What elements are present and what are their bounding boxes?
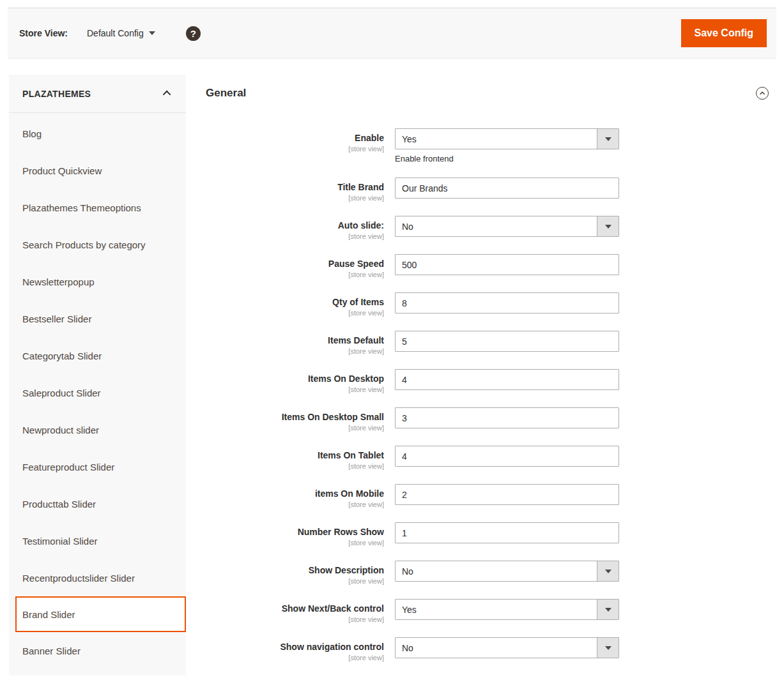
select-input[interactable]: No [395, 561, 619, 582]
sidebar-item-blog[interactable]: Blog [9, 115, 186, 152]
form-row: Items On Desktop Small [store view] [206, 407, 769, 432]
sidebar-item-newsletterpopup[interactable]: Newsletterpopup [9, 263, 186, 300]
sidebar-item-testimonial-slider[interactable]: Testimonial Slider [9, 522, 186, 559]
field-cell: Yes [395, 599, 619, 623]
field-label-cell: Auto slide: [store view] [206, 216, 384, 240]
text-input[interactable] [395, 369, 619, 390]
chevron-up-icon [163, 91, 171, 99]
store-view-label: Store View: [19, 28, 68, 38]
form-row: items On Mobile [store view] [206, 484, 769, 508]
sidebar-item-bestseller-slider[interactable]: Bestseller Slider [9, 300, 186, 337]
sidebar-item-categorytab-slider[interactable]: Categorytab Slider [9, 337, 186, 374]
field-label-cell: Qty of Items [store view] [206, 292, 384, 317]
select-value: No [402, 643, 413, 653]
field-scope: [store view] [206, 501, 384, 508]
field-scope: [store view] [206, 616, 384, 623]
field-scope: [store view] [206, 654, 384, 661]
sidebar-item-recentproductslider-slider[interactable]: Recentproductslider Slider [9, 559, 186, 596]
select-input[interactable]: Yes [395, 128, 619, 149]
section-title: General [206, 87, 246, 100]
sidebar-item-search-products-by-category[interactable]: Search Products by category [9, 226, 186, 263]
store-scope-value: Default Config [87, 28, 144, 38]
config-sidebar: PLAZATHEMES Blog Product Quickview Plaza… [9, 75, 186, 676]
select-input[interactable]: No [395, 216, 619, 237]
field-label: Show navigation control [206, 642, 384, 653]
field-note: Enable frontend [395, 154, 619, 163]
sidebar-section-plazathemes[interactable]: PLAZATHEMES [9, 75, 186, 113]
field-cell [395, 407, 619, 432]
form-row: Pause Speed [store view] [206, 254, 769, 278]
field-label-cell: Number Rows Show [store view] [206, 522, 384, 547]
select-value: Yes [402, 134, 417, 144]
text-input[interactable] [395, 331, 619, 352]
sidebar-item-label: Testimonial Slider [22, 536, 98, 547]
field-cell [395, 522, 619, 547]
field-scope: [store view] [206, 194, 384, 202]
field-label: Show Next/Back control [206, 603, 384, 614]
field-label: Auto slide: [206, 220, 384, 231]
field-scope: [store view] [206, 539, 384, 547]
text-input[interactable] [395, 254, 619, 275]
sidebar-item-plazathemes-themeoptions[interactable]: Plazathemes Themeoptions [9, 189, 186, 226]
field-scope: [store view] [206, 424, 384, 432]
sidebar-item-label: Categorytab Slider [22, 351, 102, 361]
chevron-down-icon [605, 646, 611, 650]
save-config-button[interactable]: Save Config [681, 19, 767, 47]
field-cell [395, 446, 619, 470]
sidebar-item-label: Recentproductslider Slider [22, 573, 135, 584]
field-cell: Yes Enable frontend [395, 128, 619, 163]
field-scope: [store view] [206, 577, 384, 585]
text-input[interactable] [395, 484, 619, 505]
sidebar-item-label: Featureproduct Slider [22, 462, 114, 472]
field-cell [395, 178, 619, 202]
select-arrow-box [597, 600, 619, 619]
text-input[interactable] [395, 407, 619, 428]
field-label: Title Brand [206, 182, 384, 193]
field-label: Qty of Items [206, 297, 384, 308]
field-label: Enable [206, 133, 384, 144]
field-label-cell: Items On Tablet [store view] [206, 446, 384, 470]
field-label: Items Default [206, 335, 384, 346]
help-icon[interactable]: ? [186, 26, 201, 41]
sidebar-item-newproduct-slider[interactable]: Newproduct slider [9, 411, 186, 448]
field-label-cell: Enable [store view] [206, 128, 384, 163]
collapse-circle-icon [755, 86, 769, 100]
field-label: Pause Speed [206, 259, 384, 269]
field-cell: No [395, 637, 619, 661]
section-header: General [206, 86, 769, 100]
chevron-down-icon [605, 225, 611, 229]
sidebar-item-label: Blog [22, 128, 42, 139]
sidebar-item-label: Producttab Slider [22, 499, 96, 510]
text-input[interactable] [395, 446, 619, 467]
sidebar-item-saleproduct-slider[interactable]: Saleproduct Slider [9, 374, 186, 411]
sidebar-item-product-quickview[interactable]: Product Quickview [9, 152, 186, 189]
field-label: Items On Tablet [206, 450, 384, 461]
text-input[interactable] [395, 522, 619, 543]
form-row: Title Brand [store view] [206, 178, 769, 202]
select-value: Yes [402, 605, 417, 615]
page-toolbar: Store View: Default Config ? Save Config [8, 8, 776, 59]
field-cell: No [395, 216, 619, 240]
field-cell: No [395, 561, 619, 585]
sidebar-item-banner-slider[interactable]: Banner Slider [9, 632, 186, 669]
chevron-down-icon [605, 137, 611, 141]
sidebar-list: Blog Product Quickview Plazathemes Theme… [9, 113, 186, 669]
form-row: Show navigation control [store view] No [206, 637, 769, 661]
field-label: Items On Desktop Small [206, 412, 384, 423]
field-label-cell: Title Brand [store view] [206, 178, 384, 202]
form-row: Enable [store view] Yes Enable frontend [206, 128, 769, 163]
field-label-cell: Items Default [store view] [206, 331, 384, 355]
collapse-section-button[interactable] [755, 86, 769, 100]
select-input[interactable]: No [395, 637, 619, 658]
sidebar-item-label: Saleproduct Slider [22, 388, 101, 398]
select-value: No [402, 222, 413, 232]
text-input[interactable] [395, 292, 619, 314]
sidebar-item-featureproduct-slider[interactable]: Featureproduct Slider [9, 448, 186, 485]
sidebar-item-producttab-slider[interactable]: Producttab Slider [9, 485, 186, 522]
store-scope-switcher[interactable]: Default Config [87, 28, 155, 38]
select-input[interactable]: Yes [395, 599, 619, 620]
general-form: Enable [store view] Yes Enable frontend … [206, 128, 769, 661]
sidebar-item-brand-slider[interactable]: Brand Slider [15, 596, 186, 632]
text-input[interactable] [395, 178, 619, 199]
sidebar-item-label: Newproduct slider [22, 425, 99, 435]
